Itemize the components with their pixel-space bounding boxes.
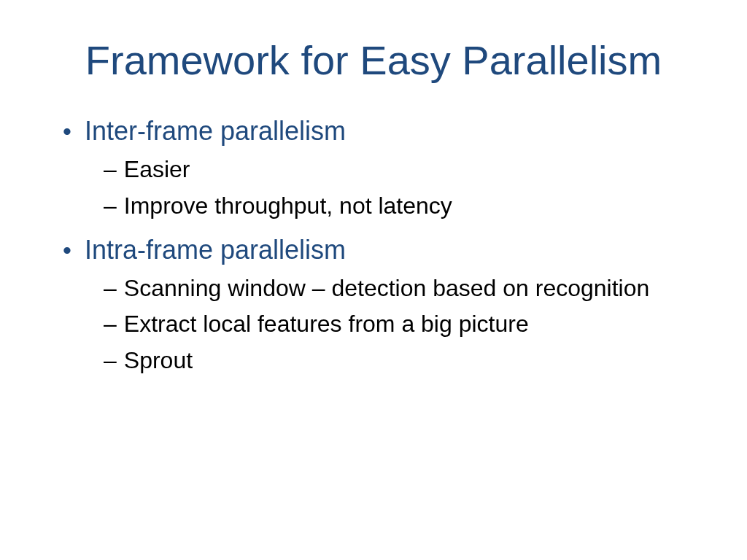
sub-list-item: – Extract local features from a big pict… — [104, 308, 674, 340]
sub-list-item: – Easier — [104, 154, 674, 185]
sub-list: – Scanning window – detection based on r… — [63, 273, 674, 376]
sub-list-item: – Scanning window – detection based on r… — [104, 273, 674, 304]
bullet-list: • Inter-frame parallelism – Easier – Imp… — [44, 113, 703, 376]
sub-list: – Easier – Improve throughput, not laten… — [63, 154, 674, 221]
sub-list-item-label: Extract local features from a big pictur… — [124, 308, 529, 340]
dash-icon: – — [104, 154, 117, 185]
dash-icon: – — [104, 308, 117, 340]
sub-list-item: – Sprout — [104, 345, 674, 376]
slide-title: Framework for Easy Parallelism — [44, 36, 703, 84]
dash-icon: – — [104, 345, 117, 376]
dash-icon: – — [104, 190, 117, 222]
slide: Framework for Easy Parallelism • Inter-f… — [0, 0, 747, 560]
sub-list-item-label: Easier — [124, 154, 190, 185]
list-item: • Inter-frame parallelism – Easier – Imp… — [63, 113, 674, 222]
sub-list-item: – Improve throughput, not latency — [104, 190, 674, 222]
sub-list-item-label: Improve throughput, not latency — [124, 190, 452, 222]
dash-icon: – — [104, 273, 117, 304]
sub-list-item-label: Sprout — [124, 345, 193, 376]
list-item-label: Intra-frame parallelism — [85, 232, 346, 268]
sub-list-item-label: Scanning window – detection based on rec… — [124, 273, 650, 304]
list-item-label: Inter-frame parallelism — [85, 113, 346, 149]
bullet-icon: • — [63, 117, 71, 147]
list-item: • Intra-frame parallelism – Scanning win… — [63, 232, 674, 376]
bullet-icon: • — [63, 236, 71, 265]
